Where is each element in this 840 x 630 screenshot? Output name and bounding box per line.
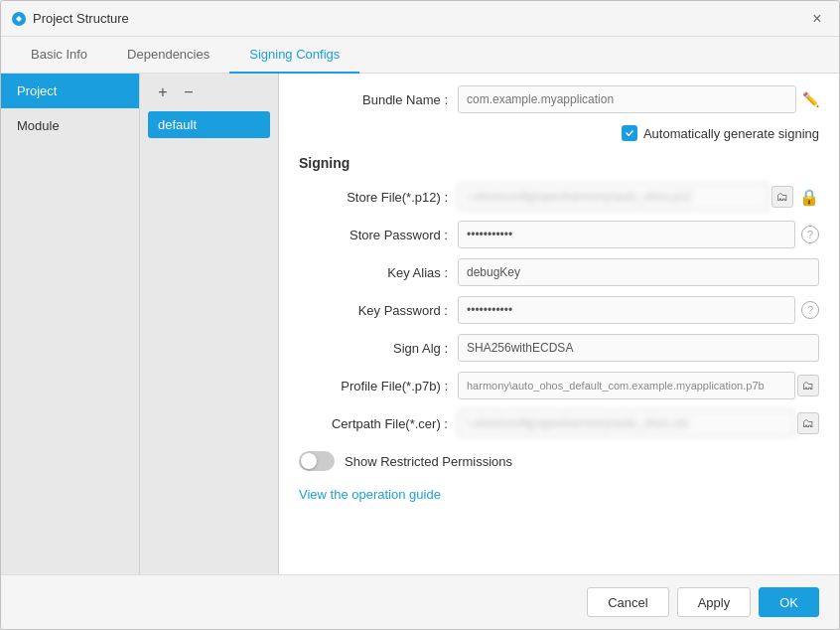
- config-item-default[interactable]: default: [148, 111, 270, 138]
- profile-file-label: Profile File(*.p7b) :: [299, 379, 458, 394]
- store-file-input[interactable]: [458, 183, 770, 211]
- sidebar-item-module[interactable]: Module: [1, 108, 139, 143]
- key-alias-label: Key Alias :: [299, 265, 458, 280]
- bottom-bar: Cancel Apply OK: [1, 574, 839, 629]
- store-password-input[interactable]: [458, 221, 795, 248]
- tab-dependencies[interactable]: Dependencies: [107, 37, 229, 74]
- store-password-help-icon[interactable]: ?: [801, 226, 819, 243]
- certpath-file-browse-button[interactable]: 🗂: [797, 412, 819, 434]
- key-alias-row: Key Alias :: [299, 258, 819, 286]
- store-password-label: Store Password :: [299, 228, 458, 242]
- main-panel: Basic Info Dependencies Signing Configs …: [1, 37, 839, 574]
- sign-alg-label: Sign Alg :: [299, 341, 458, 356]
- add-remove-bar: + −: [148, 81, 270, 103]
- sign-alg-input[interactable]: [458, 334, 819, 362]
- tab-signing-configs[interactable]: Signing Configs: [229, 37, 359, 74]
- ok-button[interactable]: OK: [759, 587, 819, 617]
- certpath-file-input[interactable]: [458, 409, 795, 437]
- auto-sign-checkbox[interactable]: [622, 125, 637, 141]
- project-structure-dialog: Project Structure × Basic Info Dependenc…: [0, 0, 840, 630]
- tab-basic-info[interactable]: Basic Info: [11, 37, 107, 74]
- key-password-row: Key Password : ?: [299, 296, 819, 324]
- add-config-button[interactable]: +: [152, 81, 174, 103]
- dialog-title: Project Structure: [33, 11, 805, 26]
- restricted-permissions-label: Show Restricted Permissions: [345, 454, 512, 469]
- bundle-name-label: Bundle Name :: [299, 92, 458, 107]
- close-button[interactable]: ×: [805, 7, 829, 31]
- sidebar: Project Module: [1, 74, 140, 574]
- remove-config-button[interactable]: −: [178, 81, 200, 103]
- certpath-file-label: Certpath File(*.cer) :: [299, 416, 458, 431]
- form-area: Bundle Name : ✏️ Automatically generate …: [279, 74, 839, 574]
- key-password-help-icon[interactable]: ?: [801, 301, 819, 319]
- auto-sign-label: Automatically generate signing: [643, 126, 819, 141]
- store-file-row: Store File(*.p12) : xxxxx 🗂 🔒: [299, 183, 819, 211]
- cancel-button[interactable]: Cancel: [587, 587, 668, 617]
- apply-button[interactable]: Apply: [677, 587, 752, 617]
- main-layout: Project Module + − default Bundle Name :…: [1, 74, 839, 574]
- bundle-name-input[interactable]: [458, 85, 796, 113]
- store-file-label: Store File(*.p12) :: [299, 190, 458, 205]
- profile-file-browse-button[interactable]: 🗂: [797, 375, 819, 396]
- restricted-toggle[interactable]: [299, 451, 335, 471]
- profile-file-row: Profile File(*.p7b) : 🗂: [299, 372, 819, 399]
- restricted-permissions-row: Show Restricted Permissions: [299, 451, 819, 471]
- certpath-file-row: Certpath File(*.cer) : xxxxx 🗂: [299, 409, 819, 437]
- bundle-name-row: Bundle Name : ✏️: [299, 85, 819, 113]
- sidebar-item-project[interactable]: Project: [1, 74, 139, 108]
- edit-icon[interactable]: ✏️: [802, 91, 819, 107]
- title-bar: Project Structure ×: [1, 1, 839, 37]
- key-password-input[interactable]: [458, 296, 795, 324]
- store-password-row: Store Password : ?: [299, 221, 819, 248]
- sign-alg-row: Sign Alg :: [299, 334, 819, 362]
- key-alias-input[interactable]: [458, 258, 819, 286]
- tabs-bar: Basic Info Dependencies Signing Configs: [1, 37, 839, 74]
- auto-sign-checkbox-wrapper[interactable]: Automatically generate signing: [622, 125, 819, 141]
- store-file-browse-button[interactable]: 🗂: [771, 186, 793, 208]
- key-password-label: Key Password :: [299, 303, 458, 318]
- app-icon: [11, 11, 27, 27]
- auto-sign-row: Automatically generate signing: [299, 125, 819, 141]
- fingerprint-icon[interactable]: 🔒: [799, 188, 819, 207]
- operation-guide-link[interactable]: View the operation guide: [299, 487, 441, 502]
- toggle-knob: [301, 453, 317, 469]
- config-left-panel: + − default: [140, 74, 279, 574]
- signing-section-title: Signing: [299, 155, 819, 171]
- profile-file-input[interactable]: [458, 372, 795, 399]
